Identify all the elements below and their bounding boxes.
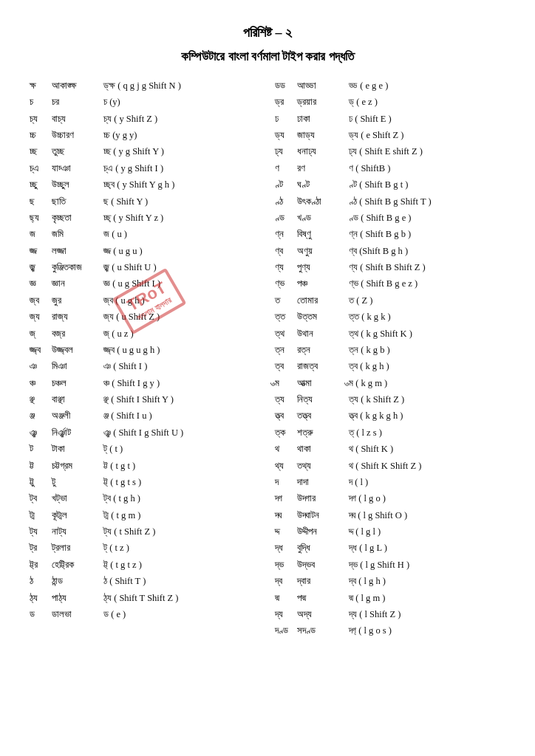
table-row: ট্ব খট্ভা ট্ব ( t g h ) [30,491,260,506]
char-cell: ণ্য [275,260,297,275]
char-cell: ণ্ড [275,210,297,225]
table-row: জ জমি জ ( u ) [30,227,260,241]
word-cell: আত্মা [297,376,349,391]
table-row: চ্য বাচ্য চ্য ( y Shift Z ) [30,111,260,126]
word-cell: পদ্ম [297,591,349,605]
code-cell: ণ্ব (Shift B g h ) [349,244,408,258]
code-cell: জ্‌ ( u z ) [103,327,134,341]
word-cell: দাদা [297,475,349,489]
code-cell: জ্ঝ ( u Shift U ) [103,261,157,275]
table-row: ঢ ঢাকা ঢ ( Shift E ) [275,111,505,126]
table-row: ছ্য কৃচ্ছতা চ্ছ্‌ ( y Shift Y z ) [30,210,260,225]
word-cell: উত্তম [297,309,349,324]
word-cell: টাকা [52,441,103,456]
word-cell: কুঞ্জিতকাজ [52,260,103,275]
word-cell: উৎকণ্ঠা [297,194,349,209]
char-cell: ট্ম [30,508,52,523]
word-cell: হেট্ট্রিক [52,557,103,572]
table-row: ত্ত উত্তম ত্ত ( k g k ) [275,309,505,324]
word-cell: সদণ্ড [297,623,349,638]
table-row: জ্ব জুর জ্ব ( u g h ) [30,293,260,308]
char-cell: থ্য [275,458,297,473]
table-row: ট্ট্র হেট্ট্রিক ট্ট্‌ ( t g t z ) [30,557,260,572]
code-cell: ঞ্ঝ ( Shift I g Shift U ) [103,426,183,440]
word-cell: ছাতি [52,194,103,209]
word-cell: রাজ্য [52,309,103,324]
char-cell: ড [30,607,52,622]
word-cell: পঞ্চ [297,276,349,291]
table-row: ড ডালভা ড ( e ) [30,607,260,622]
code-cell: ণ ( ShiftB ) [349,162,390,176]
char-cell: জ্ [30,326,52,341]
char-cell: দ [275,475,297,489]
table-row: ড্র ড্রয়ার ড্‌ ( e z ) [275,94,505,109]
word-cell: তথ্য [297,458,349,473]
word-cell: থাকা [297,441,349,456]
code-cell: দ্ঘ ( l g Shift O ) [349,509,407,523]
table-row: দ্ম পদ্ম দ্ম ( l g m ) [275,591,505,605]
table-row: দ্দ উদ্দীপন দ্দ ( l g l ) [275,524,505,539]
word-cell: অঞ্জলী [52,408,103,423]
table-row: ত্ম আত্মা ত্ম ( k g m ) [275,376,505,391]
char-cell: ণ্ন [275,227,297,241]
char-cell: ণ্ব [275,244,297,258]
char-cell: দ্দ [275,524,297,539]
word-cell: উচ্চারণ [52,128,103,142]
char-cell: ণ্ভ [275,276,297,291]
char-cell: ঢ [275,111,297,126]
char-cell: দ্ঘ [275,508,297,523]
char-cell: ঢ্য [275,144,297,159]
word-cell: আকাঙ্ক্ষ [52,78,103,93]
word-cell: তুচ্ছ [52,144,103,159]
code-cell: ণ্ড ( Shift B g e ) [349,211,412,225]
code-cell: ট্ট ( t g t ) [103,459,135,473]
word-cell: বাচ্য [52,111,103,126]
word-cell: টু [52,475,103,489]
main-content: ক্ষ আকাঙ্ক্ষ ড্‌ক্ষ ( q g j g Shift N ) … [30,78,505,640]
char-cell: ছ [30,194,52,209]
table-row: চ্ছু উচ্ছুল চ্ছ্ব ( y Shift Y g h ) [30,177,260,192]
table-row: চ্ছ তুচ্ছ চ্ছ ( y g Shift Y ) [30,144,260,159]
table-row: থ্য তথ্য থ ( Shift K Shift Z ) [275,458,505,473]
word-cell: ঘণ্ট [297,177,349,192]
code-cell: চ্ছ্ব ( y Shift Y g h ) [103,178,174,192]
table-row: ট টাকা ট্ ( t ) [30,441,260,456]
right-column: ডড আড্ডা ড্ড ( e g e ) ড্র ড্রয়ার ড্‌ (… [275,78,505,640]
char-cell: থ [275,441,297,456]
code-cell: ত্ব ( k g h ) [349,360,389,374]
table-row: ণ্ট ঘণ্ট ণ্ট ( Shift B g t ) [275,177,505,192]
char-cell: ট্য [30,524,52,539]
table-row: ঞ্চ চঞ্চল ঞ্চ ( Shift I g y ) [30,376,260,391]
table-row: ণ্ড খণ্ড ণ্ড ( Shift B g e ) [275,210,505,225]
code-cell: ণ্ন ( Shift B g b ) [349,227,411,241]
code-cell: ঠ্য ( Shift T Shift Z ) [103,591,179,605]
code-cell: ছ ( Shift Y ) [103,195,148,209]
code-cell: দ্ব ( l g h ) [349,574,386,588]
char-cell: জ্য [30,309,52,324]
char-cell: ঞ্চ [30,376,52,391]
code-cell: ত্ম ( k g m ) [349,377,387,391]
char-cell: ট্র [30,540,52,555]
table-row: দ্য অদ্য দ্য ( l Shift Z ) [275,607,505,622]
char-cell: ত্ত [275,309,297,324]
word-cell: উথান [297,326,349,341]
word-cell: বজ্র [52,326,103,341]
table-row: ত্ন রত্ন ত্ন ( k g b ) [275,343,505,357]
code-cell: ট্ ( t ) [103,442,123,456]
word-cell: শত্রু [297,425,349,440]
table-row: দ্ঘ উদ্ঘাটন দ্ঘ ( l g Shift O ) [275,508,505,523]
table-row: ঠ্য পাঠ্য ঠ্য ( Shift T Shift Z ) [30,591,260,605]
code-cell: চ্চ (y g y) [103,128,137,142]
char-cell: ণ [275,161,297,176]
table-row: ছ ছাতি ছ ( Shift Y ) [30,194,260,209]
char-cell: ত্ত্ব [275,408,297,423]
word-cell: অদ্য [297,607,349,622]
word-cell: উদ্গার [297,491,349,506]
code-cell: দ্য ( l Shift Z ) [349,608,401,622]
table-row: ণ্ন বিষ্ণু ণ্ন ( Shift B g b ) [275,227,505,241]
char-cell: জ্ঝ [30,260,52,275]
table-row: ট্য নাট্য ট্য ( t Shift Z ) [30,524,260,539]
table-row: ণ্ব অণুয় ণ্ব (Shift B g h ) [275,244,505,258]
word-cell: নির্ঞ্ঝাট [52,425,103,440]
word-cell: দ্বার [297,574,349,588]
